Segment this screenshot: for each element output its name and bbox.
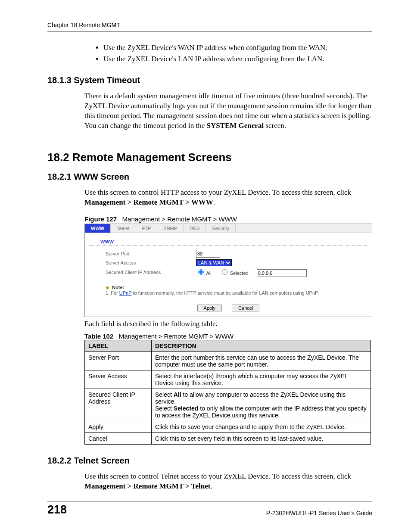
row-secured-ip: Secured Client IP Address All Selected (85, 267, 372, 278)
para-www-screen: Use this screen to control HTTP access t… (47, 188, 372, 208)
note-icon: ◆ (106, 285, 109, 290)
running-header: Chapter 18 Remote MGMT (47, 22, 372, 31)
radio-selected-label: Selected (230, 271, 249, 276)
label-server-port: Server Port (106, 251, 196, 256)
button-row: Apply Cancel (89, 300, 367, 317)
input-server-port[interactable] (196, 250, 220, 258)
table-head-row: LABEL DESCRIPTION (85, 340, 371, 352)
para-text-b: . (210, 482, 212, 490)
cell-desc: Select the interface(s) through which a … (152, 370, 371, 389)
table-caption-text: Management > Remote MGMT > WWW (119, 333, 234, 340)
t: Select (155, 391, 174, 398)
cell-label: Server Port (85, 352, 152, 370)
label-server-access: Server Access (106, 260, 196, 265)
note-head: Note: (112, 285, 124, 290)
cell-label: Cancel (85, 432, 152, 444)
tab-security[interactable]: Security (206, 224, 236, 233)
tab-www[interactable]: WWW (85, 224, 111, 233)
table-row: Apply Click this to save your changes an… (85, 421, 371, 432)
heading-18-2-1: 18.2.1 WWW Screen (47, 172, 372, 182)
label-secured-ip: Secured Client IP Address (106, 270, 196, 275)
select-server-access[interactable]: LAN & WAN (196, 259, 232, 266)
bullet-wan: Use the ZyXEL Device's WAN IP address wh… (103, 44, 372, 52)
breadcrumb-www: Management > Remote MGMT > WWW (84, 198, 213, 206)
tab-bar: WWW Telnet FTP SNMP DNS Security (85, 224, 372, 233)
figure-label: Figure 127 (84, 215, 117, 223)
cell-desc: Select All to allow any computer to acce… (152, 389, 371, 421)
note-item-suffix: to function normally, the HTTP service m… (131, 290, 319, 296)
intro-bullets: Use the ZyXEL Device's WAN IP address wh… (47, 44, 372, 63)
after-figure-text: Each field is described in the following… (47, 320, 372, 328)
para-text-b: . (213, 198, 215, 206)
tab-telnet[interactable]: Telnet (111, 224, 136, 233)
cell-desc: Click this to set every field in this sc… (152, 432, 371, 444)
table-label: Table 102 (84, 333, 113, 340)
radio-all-wrap[interactable]: All (196, 271, 212, 276)
panel-title: WWW (89, 233, 367, 246)
cell-label: Server Access (85, 370, 152, 389)
cancel-button[interactable]: Cancel (232, 305, 259, 311)
radio-all[interactable] (198, 269, 204, 275)
radio-selected-wrap[interactable]: Selected (220, 271, 249, 276)
b: Selected (174, 405, 199, 412)
figure-caption: Figure 127 Management > Remote MGMT > WW… (47, 215, 372, 223)
t: Select (155, 405, 174, 412)
input-secured-ip[interactable] (257, 269, 307, 277)
heading-18-1-3: 18.1.3 System Timeout (47, 75, 372, 85)
table-row: Server Access Select the interface(s) th… (85, 370, 371, 389)
para-telnet-screen: Use this screen to control Telnet access… (47, 472, 372, 492)
bullet-lan: Use the ZyXEL Device's LAN IP address wh… (103, 55, 372, 63)
table-row: Cancel Click this to set every field in … (85, 432, 371, 444)
page-number: 218 (47, 503, 67, 516)
para-text-a: Use this screen to control Telnet access… (84, 472, 351, 480)
guide-name: P-2302HWUDL-P1 Series User's Guide (266, 510, 372, 516)
para-text-a: Use this screen to control HTTP access t… (84, 188, 351, 196)
table-row: Server Port Enter the port number this s… (85, 352, 371, 370)
heading-18-2-2: 18.2.2 Telnet Screen (47, 456, 372, 466)
t: to allow any computer to access the ZyXE… (155, 391, 346, 405)
para-bold-system-general: SYSTEM General (206, 121, 264, 130)
apply-button[interactable]: Apply (197, 305, 222, 311)
th-label: LABEL (85, 340, 152, 352)
tab-ftp[interactable]: FTP (136, 224, 158, 233)
cell-desc: Enter the port number this service can u… (152, 352, 371, 370)
cell-label: Apply (85, 421, 152, 432)
figure-screenshot: WWW Telnet FTP SNMP DNS Security WWW Ser… (84, 224, 372, 317)
table-102: LABEL DESCRIPTION Server Port Enter the … (84, 340, 371, 445)
para-text-b: screen. (264, 121, 286, 130)
page-footer: 218 P-2302HWUDL-P1 Series User's Guide (47, 501, 372, 516)
b: All (174, 391, 181, 398)
radio-group-secured: All Selected (196, 268, 307, 277)
cell-label: Secured Client IP Address (85, 389, 152, 421)
tab-snmp[interactable]: SNMP (157, 224, 184, 233)
row-server-port: Server Port (85, 249, 372, 258)
radio-all-label: All (206, 271, 211, 276)
row-server-access: Server Access LAN & WAN (85, 258, 372, 267)
tab-dns[interactable]: DNS (184, 224, 206, 233)
cell-desc: Click this to save your changes and to a… (152, 421, 371, 432)
th-description: DESCRIPTION (152, 340, 371, 352)
breadcrumb-telnet: Management > Remote MGMT > Telnet (84, 482, 210, 490)
para-system-timeout: There is a default system management idl… (47, 91, 372, 131)
table-row: Secured Client IP Address Select All to … (85, 389, 371, 421)
figure-caption-text: Management > Remote MGMT > WWW (122, 215, 237, 223)
note-item-prefix: 1. For (106, 290, 119, 296)
link-upnp[interactable]: UPnP (119, 290, 132, 296)
radio-selected[interactable] (222, 269, 227, 275)
heading-18-2: 18.2 Remote Management Screens (47, 151, 372, 164)
note-box: ◆ Note: 1. For UPnP to function normally… (106, 285, 360, 296)
table-caption: Table 102 Management > Remote MGMT > WWW (47, 333, 372, 340)
